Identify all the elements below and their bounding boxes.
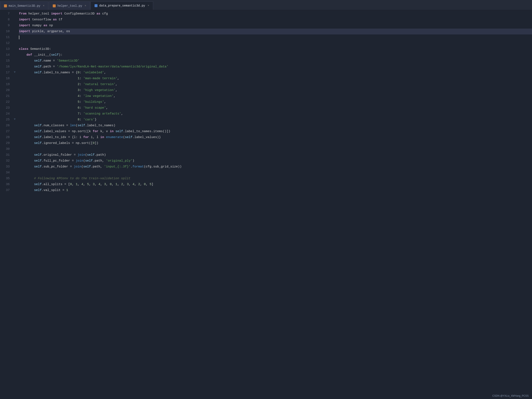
line-number: 29	[2, 140, 10, 146]
code-line: 3: 'high vegetation',	[19, 87, 532, 93]
fold-indicator	[13, 81, 17, 87]
line-number: 12	[2, 40, 10, 46]
tab-label: main_Semantic3D.py	[9, 4, 40, 7]
tab-icon	[53, 4, 56, 7]
code-line: self.name = 'Semantic3D'	[19, 58, 532, 64]
line-number: 34	[2, 170, 10, 176]
code-line: import numpy as np	[19, 23, 532, 29]
code-line	[19, 40, 532, 46]
fold-indicator	[13, 187, 17, 192]
line-number: 28	[2, 134, 10, 140]
tab-tab2[interactable]: helper_tool.py×	[49, 1, 90, 10]
fold-indicator	[13, 181, 17, 187]
tab-label: data_prepare_semantic3d.py	[99, 4, 145, 7]
tab-icon	[4, 4, 7, 7]
line-number: 37	[2, 187, 10, 193]
code-line: 1: 'man-made terrain',	[19, 76, 532, 82]
line-number: 21	[2, 93, 10, 99]
fold-indicator	[13, 34, 17, 39]
fold-indicator	[13, 169, 17, 175]
gutter: ▽▽	[13, 10, 17, 399]
code-line: self.label_values = np.sort([k for k, v …	[19, 129, 532, 134]
line-number: 30	[2, 146, 10, 152]
code-line: 2: 'natural terrain',	[19, 82, 532, 87]
fold-indicator	[13, 104, 17, 110]
code-line: self.ignored_labels = np.sort([0])	[19, 140, 532, 146]
line-number: 14	[2, 52, 10, 58]
line-number: 10	[2, 29, 10, 34]
code-line: self.label_to_idx = {l: i for i, l in en…	[19, 134, 532, 140]
fold-indicator	[13, 45, 17, 51]
line-number: 27	[2, 129, 10, 134]
fold-indicator	[13, 57, 17, 63]
code-line: import pickle, argparse, os	[19, 29, 532, 34]
code-line: 6: 'hard scape',	[19, 105, 532, 111]
fold-indicator	[13, 146, 17, 151]
code-line: class Semantic3D:	[19, 46, 532, 52]
fold-indicator	[13, 139, 17, 146]
line-number: 35	[2, 176, 10, 182]
line-number: 23	[2, 105, 10, 111]
code-line: self.all_splits = [0, 1, 4, 5, 3, 4, 3, …	[19, 182, 532, 187]
code-line: self.path = '/home/lyx/RandLA-Net-master…	[19, 64, 532, 70]
code-line: 7: 'scanning artefacts',	[19, 111, 532, 117]
tab-icon	[95, 4, 97, 7]
tab-close-button[interactable]: ×	[148, 4, 149, 7]
fold-indicator	[13, 151, 17, 157]
line-number: 15	[2, 58, 10, 64]
tab-close-button[interactable]: ×	[85, 5, 86, 7]
code-line: self.original_folder = join(self.path)	[19, 152, 532, 158]
code-line: 4: 'low vegetation',	[19, 93, 532, 99]
fold-indicator	[13, 75, 17, 81]
line-number: 18	[2, 76, 10, 82]
fold-indicator	[13, 134, 17, 139]
code-line: from helper_tool import ConfigSemantic3D…	[19, 11, 532, 17]
line-number: 25	[2, 117, 10, 123]
fold-indicator	[13, 39, 17, 45]
tab-close-button[interactable]: ×	[43, 5, 44, 7]
fold-indicator	[13, 122, 17, 128]
fold-indicator	[13, 63, 17, 69]
line-number: 16	[2, 64, 10, 70]
code-line: # Following KPConv to do the train-valid…	[19, 176, 532, 182]
line-number: 36	[2, 182, 10, 187]
code-line: import tensorflow as tf	[19, 17, 532, 23]
fold-indicator	[13, 87, 17, 92]
watermark: CSDN @YXLiu_XMYang_PCSS	[492, 394, 529, 397]
fold-indicator	[13, 98, 17, 104]
line-number: 26	[2, 123, 10, 129]
code-line: self.sub_pc_folder = join(self.path, 'in…	[19, 164, 532, 170]
code-line	[19, 146, 532, 152]
tab-tab3[interactable]: data_prepare_semantic3d.py×	[91, 1, 153, 10]
code-line: 8: 'cars'}	[19, 117, 532, 123]
line-number: 13	[2, 46, 10, 52]
fold-indicator	[13, 10, 17, 16]
line-number: 24	[2, 111, 10, 117]
line-number: 20	[2, 87, 10, 93]
fold-indicator	[13, 157, 17, 163]
fold-indicator	[13, 51, 17, 57]
fold-indicator[interactable]: ▽	[13, 116, 17, 122]
code-line: def __init__(self):	[19, 52, 532, 58]
code-line: self.val_split = 1	[19, 187, 532, 193]
code-line: self.full_pc_folder = join(self.path, 'o…	[19, 158, 532, 164]
fold-indicator	[13, 92, 17, 98]
code-line: 5: 'buildings',	[19, 99, 532, 105]
fold-indicator	[13, 16, 17, 22]
line-number: 17	[2, 70, 10, 76]
code-line	[19, 170, 532, 176]
code-line	[19, 34, 532, 40]
line-number: 22	[2, 99, 10, 105]
line-number: 11	[2, 34, 10, 40]
fold-indicator[interactable]: ▽	[13, 69, 17, 75]
fold-indicator	[13, 175, 17, 181]
tab-tab1[interactable]: main_Semantic3D.py×	[0, 1, 48, 10]
line-number: 8	[2, 17, 10, 23]
code-line: self.num_classes = len(self.label_to_nam…	[19, 123, 532, 129]
code-line: self.label_to_names = {0: 'unlabeled',	[19, 70, 532, 76]
code-content[interactable]: from helper_tool import ConfigSemantic3D…	[17, 10, 532, 399]
line-numbers: 7891011121314151617181920212223242526272…	[0, 10, 13, 399]
line-number: 31	[2, 152, 10, 158]
line-number: 19	[2, 82, 10, 87]
fold-indicator	[13, 128, 17, 134]
